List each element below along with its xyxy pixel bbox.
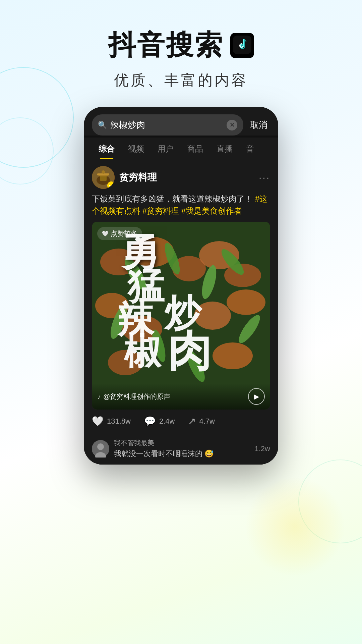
avatar[interactable] [92, 166, 115, 189]
play-button[interactable]: ▶ [248, 388, 265, 405]
comment-content: 我不管我最美 我就没一次看时不咽唾沫的 😅 [114, 438, 250, 459]
main-title: 抖音搜索 [108, 27, 224, 64]
comment-preview: 我不管我最美 我就没一次看时不咽唾沫的 😅 1.2w [84, 433, 278, 465]
audio-info: ♪ @贫穷料理创作的原声 [97, 392, 170, 401]
post-description: 下饭菜到底有多凶猛，就看这道辣椒炒肉了！ #这个视频有点料 #贫穷料理 #我是美… [84, 193, 278, 222]
interaction-bar: 🤍 131.8w 💬 2.4w ↗ 4.7w [84, 410, 278, 433]
svg-point-6 [102, 170, 105, 174]
audio-credit-text: @贫穷料理创作的原声 [103, 392, 170, 401]
comments-count: 2.4w [159, 417, 175, 426]
title-row: 抖音搜索 [0, 27, 362, 64]
svg-point-7 [108, 182, 115, 189]
tab-video[interactable]: 视频 [121, 138, 151, 159]
username[interactable]: 贫穷料理 [119, 171, 157, 184]
tiktok-logo-icon [230, 33, 254, 58]
search-query-text: 辣椒炒肉 [110, 119, 223, 131]
search-bar: 🔍 辣椒炒肉 ✕ 取消 [84, 107, 278, 136]
tiktok-small-icon: ♪ [97, 393, 101, 400]
shares-button[interactable]: ↗ 4.7w [188, 416, 215, 427]
tab-audio[interactable]: 音 [239, 138, 261, 159]
likes-button[interactable]: 🤍 131.8w [92, 416, 131, 427]
search-input-container[interactable]: 🔍 辣椒炒肉 ✕ [92, 114, 243, 136]
comments-button[interactable]: 💬 2.4w [144, 416, 175, 427]
phone-mockup: 🔍 辣椒炒肉 ✕ 取消 综合 视频 用户 商品 直播 音 [84, 107, 278, 465]
clear-search-button[interactable]: ✕ [227, 120, 237, 130]
shares-count: 4.7w [199, 417, 215, 426]
comment-username: 我不管我最美 [114, 438, 250, 447]
video-thumbnail: 🤍 点赞较多 勇 猛 辣 椒 炒 肉 [92, 222, 270, 410]
video-bottom-bar: ♪ @贫穷料理创作的原声 ▶ [92, 383, 270, 410]
search-icon: 🔍 [98, 121, 107, 129]
user-info: 贫穷料理 [92, 166, 157, 189]
tab-user[interactable]: 用户 [151, 138, 180, 159]
comment-avatar [92, 440, 109, 458]
heart-icon: 🤍 [92, 416, 104, 427]
likes-count: 131.8w [107, 417, 131, 426]
post-desc-normal: 下饭菜到底有多凶猛，就看这道辣椒炒肉了！ [92, 194, 253, 203]
bg-glow [245, 476, 345, 577]
tab-live[interactable]: 直播 [210, 138, 239, 159]
svg-text:肉: 肉 [168, 326, 211, 375]
post-header: 贫穷料理 ··· [84, 159, 278, 193]
tab-bar: 综合 视频 用户 商品 直播 音 [84, 138, 278, 159]
video-text-overlay: 勇 猛 辣 椒 炒 肉 [92, 222, 270, 410]
comment-count: 1.2w [255, 444, 270, 453]
cancel-search-button[interactable]: 取消 [247, 119, 270, 131]
verified-badge [107, 181, 115, 189]
video-container[interactable]: 🤍 点赞较多 勇 猛 辣 椒 炒 肉 [92, 222, 270, 410]
share-icon: ↗ [188, 416, 196, 427]
svg-text:椒: 椒 [124, 331, 162, 372]
comment-icon: 💬 [144, 416, 156, 427]
more-options-button[interactable]: ··· [259, 172, 270, 183]
svg-point-36 [97, 443, 104, 450]
tab-product[interactable]: 商品 [180, 138, 210, 159]
phone-mockup-container: 🔍 辣椒炒肉 ✕ 取消 综合 视频 用户 商品 直播 音 [0, 107, 362, 465]
content-area: 贫穷料理 ··· 下饭菜到底有多凶猛，就看这道辣椒炒肉了！ #这个视频有点料 #… [84, 159, 278, 465]
comment-text: 我就没一次看时不咽唾沫的 😅 [114, 449, 250, 459]
tab-comprehensive[interactable]: 综合 [92, 138, 121, 159]
